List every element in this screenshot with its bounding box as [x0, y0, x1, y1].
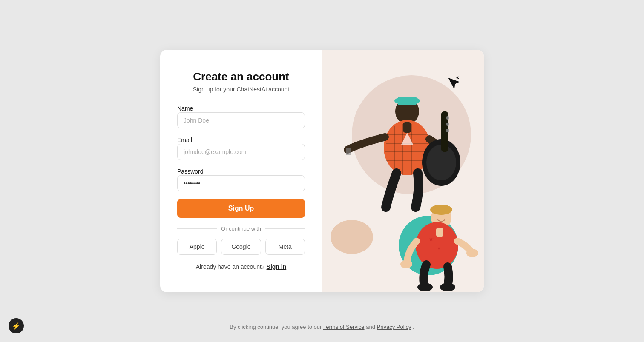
signin-link[interactable]: Sign in — [267, 263, 287, 270]
svg-text:★: ★ — [437, 246, 441, 251]
password-field-group: Password — [177, 168, 305, 191]
svg-point-31 — [400, 260, 412, 268]
svg-rect-28 — [436, 228, 443, 237]
divider-line-right — [265, 228, 305, 229]
privacy-link[interactable]: Privacy Policy — [377, 324, 411, 330]
badge[interactable]: ⚡ — [9, 318, 24, 333]
name-input[interactable] — [177, 112, 305, 128]
name-label: Name — [177, 105, 193, 112]
password-input[interactable] — [177, 175, 305, 191]
svg-point-16 — [426, 145, 456, 180]
illustration: ★ ★ — [322, 50, 484, 292]
footer-text: By clicking continue, you agree to our T… — [230, 324, 414, 330]
svg-rect-22 — [346, 148, 351, 155]
meta-button[interactable]: Meta — [265, 239, 305, 255]
name-field-group: Name — [177, 105, 305, 128]
signup-card: Create an account Sign up for your ChatN… — [160, 50, 484, 292]
svg-text:★: ★ — [428, 236, 434, 242]
svg-point-20 — [446, 129, 449, 132]
email-label: Email — [177, 137, 192, 143]
signup-button[interactable]: Sign Up — [177, 199, 305, 218]
terms-link[interactable]: Terms of Service — [323, 324, 365, 330]
social-buttons-group: Apple Google Meta — [177, 239, 305, 255]
password-label: Password — [177, 168, 203, 175]
apple-button[interactable]: Apple — [177, 239, 217, 255]
svg-rect-4 — [398, 97, 417, 105]
form-side: Create an account Sign up for your ChatN… — [160, 50, 322, 292]
svg-rect-14 — [403, 122, 411, 133]
svg-point-32 — [466, 249, 478, 257]
svg-point-29 — [417, 283, 433, 291]
svg-point-24 — [430, 205, 452, 215]
illustration-side: ★ ★ — [322, 50, 484, 292]
divider-line-left — [177, 228, 217, 229]
svg-point-30 — [440, 283, 455, 291]
or-text: Or continue with — [221, 225, 261, 232]
svg-point-18 — [446, 116, 449, 120]
google-button[interactable]: Google — [221, 239, 261, 255]
page-title: Create an account — [177, 70, 305, 83]
email-field-group: Email — [177, 136, 305, 160]
email-input[interactable] — [177, 144, 305, 160]
signin-prompt: Already have an account? Sign in — [177, 263, 305, 270]
svg-point-19 — [446, 123, 449, 126]
page-subtitle: Sign up for your ChatNestAi account — [177, 86, 305, 93]
or-divider: Or continue with — [177, 225, 305, 232]
